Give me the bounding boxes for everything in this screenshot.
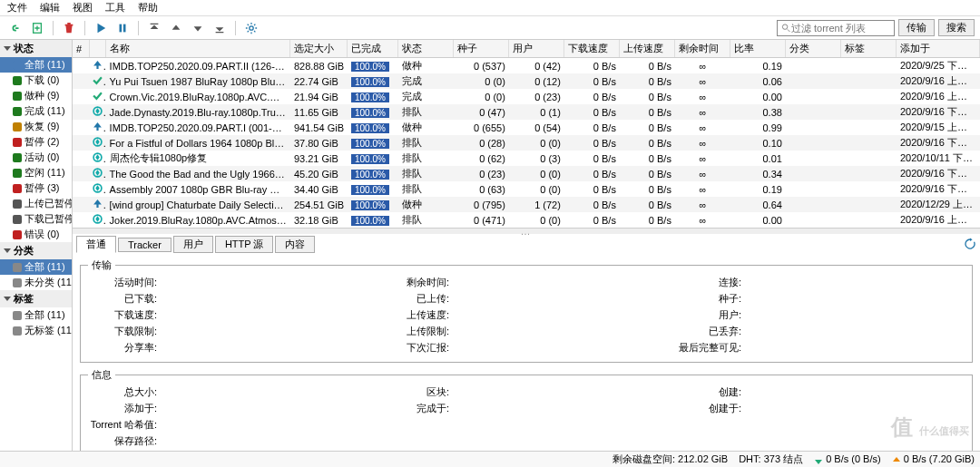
- row-ul: 0 B/s: [620, 73, 675, 89]
- menu-help[interactable]: 帮助: [138, 1, 158, 15]
- tab-general[interactable]: 普通: [76, 236, 116, 253]
- tab-search[interactable]: 搜索: [938, 19, 975, 36]
- sidebar-item[interactable]: 暂停 (3): [0, 180, 72, 196]
- menubar: 文件 编辑 视图 工具 帮助: [0, 0, 980, 16]
- filter-input[interactable]: [791, 23, 890, 34]
- add-file-button[interactable]: [27, 19, 47, 37]
- table-row[interactable]: [wind group] Chaturbate Daily Selection …: [73, 197, 980, 212]
- row-name: [wind group] Chaturbate Daily Selection …: [106, 197, 290, 212]
- menu-view[interactable]: 视图: [73, 1, 93, 15]
- row-added: 2020/9/16 上午…: [897, 89, 980, 104]
- sidebar-group[interactable]: 状态: [0, 40, 72, 57]
- sidebar-item[interactable]: 下载已暂停 (0): [0, 211, 72, 227]
- table-row[interactable]: IMDB.TOP250.2020.09.PART.II (126-250)828…: [73, 58, 980, 74]
- row-eta: ∞: [675, 58, 730, 74]
- column-header[interactable]: 状态: [398, 40, 454, 58]
- sidebar-group[interactable]: 标签: [0, 290, 72, 307]
- settings-button[interactable]: [241, 19, 261, 37]
- table-row[interactable]: IMDB.TOP250.2020.09.PART.I (001-125)941.…: [73, 120, 980, 135]
- pause-button[interactable]: [113, 19, 132, 37]
- row-dl: 0 B/s: [564, 89, 620, 104]
- sidebar-item[interactable]: 做种 (9): [0, 88, 72, 103]
- sidebar-item[interactable]: 空闲 (11): [0, 165, 72, 180]
- table-row[interactable]: Jade.Dynasty.2019.Blu-ray.1080p.TrueHD.5…: [73, 104, 980, 120]
- row-done: 100.0%: [348, 212, 398, 228]
- row-size: 32.18 GiB: [290, 212, 348, 228]
- row-eta: ∞: [675, 135, 730, 151]
- column-header[interactable]: 种子: [454, 40, 509, 58]
- table-row[interactable]: Assembly 2007 1080p GBR Blu-ray MPEG-2 D…: [73, 181, 980, 197]
- detail-field: 最后完整可见:: [672, 341, 965, 355]
- row-seeds: 0 (47): [454, 104, 509, 120]
- column-header[interactable]: 名称: [106, 40, 290, 58]
- refresh-icon[interactable]: [964, 238, 976, 252]
- row-peers: 1 (72): [509, 197, 564, 212]
- row-added: 2020/9/16 上午…: [897, 73, 980, 89]
- delete-button[interactable]: [59, 19, 79, 37]
- column-header[interactable]: 已完成: [348, 40, 398, 58]
- table-row[interactable]: 周杰伦专辑1080p修复93.21 GiB100.0%排队0 (62)0 (3)…: [73, 151, 980, 166]
- column-header[interactable]: [89, 40, 105, 58]
- row-done: 100.0%: [348, 135, 398, 151]
- filter-search-box[interactable]: [777, 20, 895, 36]
- move-top-button[interactable]: [144, 19, 164, 37]
- column-header[interactable]: 下载速度: [564, 40, 620, 58]
- sidebar-item[interactable]: 恢复 (9): [0, 119, 72, 134]
- column-header[interactable]: 分类: [786, 40, 841, 58]
- menu-edit[interactable]: 编辑: [40, 1, 60, 15]
- row-ratio: 0.00: [730, 89, 786, 104]
- tab-tracker[interactable]: Tracker: [118, 238, 172, 252]
- sidebar-item[interactable]: 完成 (11): [0, 103, 72, 119]
- column-header[interactable]: 上传速度: [620, 40, 675, 58]
- sidebar-item[interactable]: 活动 (0): [0, 150, 72, 165]
- transfer-fieldset: 传输 活动时间:剩余时间:连接:已下载:已上传:种子:下载速度:上传速度:用户:…: [80, 258, 973, 363]
- add-link-button[interactable]: [5, 19, 25, 37]
- move-down-button[interactable]: [188, 19, 208, 37]
- column-header[interactable]: 用户: [509, 40, 564, 58]
- menu-tools[interactable]: 工具: [105, 1, 125, 15]
- column-header[interactable]: 剩余时间: [675, 40, 730, 58]
- move-bottom-button[interactable]: [210, 19, 230, 37]
- menu-file[interactable]: 文件: [7, 1, 27, 15]
- table-row[interactable]: Crown.Vic.2019.BluRay.1080p.AVC.DTS-HD.M…: [73, 89, 980, 104]
- status-ul: 0 B/s (7.20 GiB): [892, 453, 975, 464]
- row-status: 做种: [398, 120, 454, 135]
- table-row[interactable]: The Good the Bad and the Ugly 1966 BluRa…: [73, 166, 980, 181]
- sidebar-item[interactable]: 无标签 (11): [0, 323, 72, 338]
- column-header[interactable]: 比率: [730, 40, 786, 58]
- row-eta: ∞: [675, 89, 730, 104]
- row-eta: ∞: [675, 151, 730, 166]
- row-size: 828.88 GiB: [290, 58, 348, 74]
- sidebar-item[interactable]: 上传已暂停 (3): [0, 196, 72, 211]
- table-row[interactable]: For a Fistful of Dollars 1964 1080p BluR…: [73, 135, 980, 151]
- row-done: 100.0%: [348, 89, 398, 104]
- sidebar-item[interactable]: 下载 (0): [0, 73, 72, 88]
- column-header[interactable]: 添加于: [897, 40, 980, 58]
- svg-rect-1: [120, 24, 122, 32]
- sidebar-group[interactable]: 分类: [0, 242, 72, 259]
- sidebar-item[interactable]: 全部 (11): [0, 57, 72, 73]
- row-dl: 0 B/s: [564, 58, 620, 74]
- tab-content[interactable]: 内容: [275, 236, 315, 253]
- table-row[interactable]: Yu Pui Tsuen 1987 BluRay 1080p Blu-ray A…: [73, 73, 980, 89]
- row-status: 排队: [398, 104, 454, 120]
- svg-point-3: [250, 25, 253, 29]
- row-name: The Good the Bad and the Ugly 1966 BluRa…: [106, 166, 290, 181]
- column-header[interactable]: 选定大小: [290, 40, 348, 58]
- row-peers: 0 (1): [509, 104, 564, 120]
- sidebar-item[interactable]: 错误 (0): [0, 227, 72, 242]
- tab-http[interactable]: HTTP 源: [215, 236, 274, 253]
- resume-button[interactable]: [91, 19, 111, 37]
- sidebar-item[interactable]: 全部 (11): [0, 307, 72, 323]
- move-up-button[interactable]: [166, 19, 186, 37]
- tab-peers[interactable]: 用户: [173, 236, 213, 253]
- tab-transfers[interactable]: 传输: [898, 19, 935, 36]
- sidebar-item[interactable]: 暂停 (2): [0, 134, 72, 150]
- sidebar-item[interactable]: 全部 (11): [0, 259, 72, 275]
- column-header[interactable]: 标签: [841, 40, 897, 58]
- row-name: 周杰伦专辑1080p修复: [106, 151, 290, 166]
- row-ul: 0 B/s: [620, 104, 675, 120]
- row-name: Assembly 2007 1080p GBR Blu-ray MPEG-2 D…: [106, 181, 290, 197]
- column-header[interactable]: #: [73, 40, 89, 58]
- sidebar-item[interactable]: 未分类 (11): [0, 275, 72, 290]
